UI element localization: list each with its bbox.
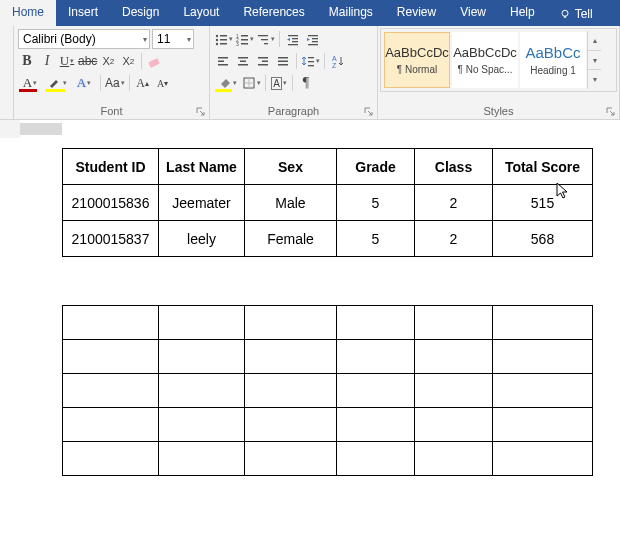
style-preview: AaBbCc bbox=[525, 44, 580, 61]
dialog-launcher-icon[interactable] bbox=[606, 107, 616, 117]
table-row[interactable] bbox=[63, 374, 593, 408]
tab-mailings[interactable]: Mailings bbox=[317, 0, 385, 26]
style-item[interactable]: AaBbCcHeading 1 bbox=[520, 32, 586, 88]
align-center-icon bbox=[236, 54, 250, 68]
bullets-button[interactable]: ▾ bbox=[214, 29, 233, 49]
style-item[interactable]: AaBbCcDc¶ No Spac... bbox=[452, 32, 518, 88]
table-row[interactable]: 2100015836JeematerMale52515 bbox=[63, 185, 593, 221]
increase-indent-button[interactable] bbox=[304, 29, 322, 49]
sort-button[interactable]: AZ bbox=[329, 51, 347, 71]
numbering-button[interactable]: 123▾ bbox=[235, 29, 254, 49]
grow-font-button[interactable]: A▴ bbox=[134, 73, 152, 93]
tab-review[interactable]: Review bbox=[385, 0, 448, 26]
paint-bucket-icon bbox=[218, 76, 232, 90]
student-table[interactable]: Student IDLast NameSexGradeClassTotal Sc… bbox=[62, 148, 593, 257]
table-row[interactable] bbox=[63, 442, 593, 476]
svg-rect-38 bbox=[308, 57, 314, 58]
svg-rect-4 bbox=[220, 35, 227, 37]
tell-me[interactable]: Tell bbox=[547, 0, 605, 26]
shrink-font-button[interactable]: A▾ bbox=[154, 73, 172, 93]
tab-view[interactable]: View bbox=[448, 0, 498, 26]
svg-rect-26 bbox=[218, 57, 228, 59]
align-left-icon bbox=[216, 54, 230, 68]
decrease-indent-button[interactable] bbox=[284, 29, 302, 49]
style-preview: AaBbCcDc bbox=[453, 45, 517, 60]
dialog-launcher-icon[interactable] bbox=[196, 107, 206, 117]
justify-button[interactable] bbox=[274, 51, 292, 71]
font-name-combo[interactable]: Calibri (Body)▾ bbox=[18, 29, 150, 49]
shading-button[interactable]: ▾ bbox=[214, 73, 240, 93]
svg-rect-12 bbox=[241, 39, 248, 41]
outdent-icon bbox=[286, 32, 300, 46]
svg-text:3: 3 bbox=[236, 41, 239, 46]
tab-insert[interactable]: Insert bbox=[56, 0, 110, 26]
ruler[interactable] bbox=[0, 120, 620, 138]
svg-rect-20 bbox=[292, 41, 298, 42]
highlight-button[interactable]: ▾ bbox=[44, 73, 70, 93]
line-spacing-button[interactable]: ▾ bbox=[301, 51, 320, 71]
align-center-button[interactable] bbox=[234, 51, 252, 71]
document-area[interactable]: Student IDLast NameSexGradeClassTotal Sc… bbox=[0, 138, 620, 476]
align-left-button[interactable] bbox=[214, 51, 232, 71]
svg-rect-10 bbox=[241, 35, 248, 37]
underline-button[interactable]: U▾ bbox=[58, 51, 76, 71]
table-header[interactable]: Sex bbox=[245, 149, 337, 185]
svg-rect-28 bbox=[218, 64, 228, 66]
tab-references[interactable]: References bbox=[231, 0, 316, 26]
strikethrough-button[interactable]: abc bbox=[78, 51, 97, 71]
ribbon: Calibri (Body)▾ 11▾ B I U▾ abc X2 X2 A▾ … bbox=[0, 26, 620, 120]
svg-rect-1 bbox=[564, 16, 566, 18]
table-header[interactable]: Class bbox=[415, 149, 493, 185]
multilevel-list-button[interactable]: ▾ bbox=[256, 29, 275, 49]
tab-help[interactable]: Help bbox=[498, 0, 547, 26]
tab-layout[interactable]: Layout bbox=[171, 0, 231, 26]
bullets-icon bbox=[214, 32, 228, 46]
italic-button[interactable]: I bbox=[38, 51, 56, 71]
clear-formatting-button[interactable] bbox=[146, 51, 164, 71]
empty-table[interactable] bbox=[62, 305, 593, 476]
tab-home[interactable]: Home bbox=[0, 0, 56, 26]
dialog-launcher-icon[interactable] bbox=[364, 107, 374, 117]
ribbon-tabs: Home Insert Design Layout References Mai… bbox=[0, 0, 620, 26]
table-row[interactable] bbox=[63, 340, 593, 374]
table-header[interactable]: Total Score bbox=[493, 149, 593, 185]
table-header[interactable]: Grade bbox=[337, 149, 415, 185]
change-case-button[interactable]: Aa▾ bbox=[105, 73, 125, 93]
tab-design[interactable]: Design bbox=[110, 0, 171, 26]
svg-rect-6 bbox=[220, 39, 227, 41]
table-row[interactable]: 2100015837leelyFemale52568 bbox=[63, 221, 593, 257]
style-name: Heading 1 bbox=[530, 65, 576, 76]
table-row[interactable] bbox=[63, 306, 593, 340]
svg-rect-24 bbox=[312, 41, 318, 42]
table-row[interactable] bbox=[63, 408, 593, 442]
sort-icon: AZ bbox=[331, 54, 345, 68]
asian-layout-button[interactable]: A▾ bbox=[270, 73, 288, 93]
borders-icon bbox=[242, 76, 256, 90]
show-marks-button[interactable]: ¶ bbox=[297, 73, 315, 93]
font-size-combo[interactable]: 11▾ bbox=[152, 29, 194, 49]
gallery-more-button[interactable]: ▾ bbox=[588, 70, 601, 89]
table-header[interactable]: Last Name bbox=[159, 149, 245, 185]
gallery-up-button[interactable]: ▴ bbox=[588, 31, 601, 51]
chevron-down-icon: ▾ bbox=[143, 35, 147, 44]
lightbulb-icon bbox=[559, 8, 571, 20]
svg-rect-33 bbox=[262, 61, 268, 63]
superscript-button[interactable]: X2 bbox=[119, 51, 137, 71]
bold-button[interactable]: B bbox=[18, 51, 36, 71]
svg-rect-30 bbox=[240, 61, 246, 63]
text-effects-button[interactable]: A▾ bbox=[72, 73, 96, 93]
borders-button[interactable]: ▾ bbox=[242, 73, 261, 93]
subscript-button[interactable]: X2 bbox=[99, 51, 117, 71]
svg-rect-15 bbox=[258, 35, 268, 36]
chevron-down-icon: ▾ bbox=[187, 35, 191, 44]
svg-rect-19 bbox=[292, 38, 298, 39]
gallery-down-button[interactable]: ▾ bbox=[588, 51, 601, 71]
justify-icon bbox=[276, 54, 290, 68]
svg-rect-40 bbox=[308, 65, 314, 66]
style-item[interactable]: AaBbCcDc¶ Normal bbox=[384, 32, 450, 88]
font-color-button[interactable]: A▾ bbox=[18, 73, 42, 93]
align-right-button[interactable] bbox=[254, 51, 272, 71]
table-header[interactable]: Student ID bbox=[63, 149, 159, 185]
group-label-font: Font bbox=[14, 104, 209, 119]
svg-rect-23 bbox=[312, 38, 318, 39]
